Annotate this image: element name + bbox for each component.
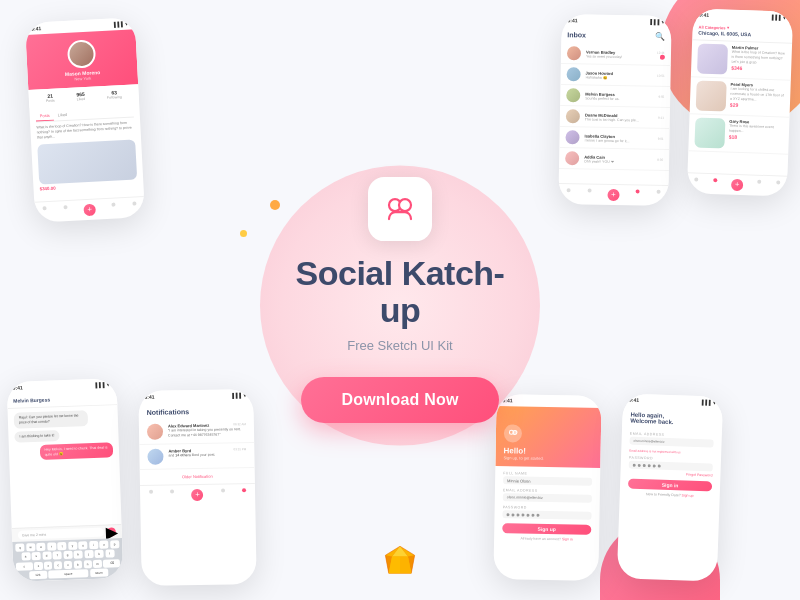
listings-footer: + <box>687 172 788 196</box>
inbox-footer: + <box>558 183 668 206</box>
keyboard: qwe rty uiop asd fgh jkl ⇧ zxc vbnm ⌫ 12… <box>12 538 123 582</box>
signup-header: Hello! Sign up, to get started. <box>495 406 601 468</box>
phone-listings: 9:41 ▐▐▐ ▼ All Categories ▾ Chicago, IL … <box>687 8 793 196</box>
notif-footer: + <box>140 483 255 506</box>
profile-body: Posts Liked What is the loop of Creation… <box>29 102 144 202</box>
inbox-header: Inbox 🔍 <box>561 26 671 45</box>
sketch-logo <box>382 544 418 580</box>
phone-notifications: 9:41 ▐▐▐ ▼ Notifications Alex Edward Mar… <box>138 389 256 586</box>
app-icon <box>368 177 432 241</box>
login-form: EMAIL ADDRESS olson.minnie@ellen.biz Ema… <box>617 427 722 581</box>
listings-list: Martin Palmer What is the loop of Creati… <box>688 40 793 175</box>
phone-inbox: 9:41 ▐▐▐ ▼ Inbox 🔍 Vernon Bradley Yes si… <box>558 14 671 206</box>
notif-item-2: Amber Byrd 03:31 PM and 14 others liked … <box>139 443 254 470</box>
phone-profile: 9:41 ▐▐▐ ▼ Mason Moreno New York 21Posts… <box>25 17 145 222</box>
center-content: Social Katch-up Free Sketch UI Kit Downl… <box>290 177 510 423</box>
app-title: Social Katch-up <box>290 255 510 330</box>
profile-footer: + <box>34 196 145 223</box>
orange-dot-1 <box>270 200 280 210</box>
chat-body: Rajul: Can you please let me know the pr… <box>7 405 121 528</box>
notif-title: Notifications <box>139 401 254 420</box>
orange-dot-2 <box>240 230 247 237</box>
svg-point-1 <box>399 199 411 211</box>
phone-login: 9:41 ▐▐▐ ▼ Hello again, Welcome back. EM… <box>617 393 723 581</box>
profile-location: New York <box>74 76 91 82</box>
inbox-list: Vernon Bradley Yes sir meet you today! 1… <box>559 43 671 185</box>
avatar <box>67 39 96 68</box>
notif-item-1: Alex Edward Martinez 06:32 AM "I am inte… <box>139 418 254 445</box>
svg-point-3 <box>513 430 517 434</box>
signin-button[interactable]: Sign in <box>628 479 712 492</box>
download-button[interactable]: Download Now <box>301 377 498 423</box>
signup-body: FULL NAME Minnie Olson EMAIL ADDRESS ols… <box>493 466 600 581</box>
signup-button[interactable]: Sign up <box>502 523 591 535</box>
phone-chat: 9:41 ▐▐▐ ▼ Melvin Burgess Rajul: Can you… <box>7 378 124 582</box>
profile-header: Mason Moreno New York <box>25 29 138 90</box>
app-subtitle: Free Sketch UI Kit <box>290 338 510 353</box>
